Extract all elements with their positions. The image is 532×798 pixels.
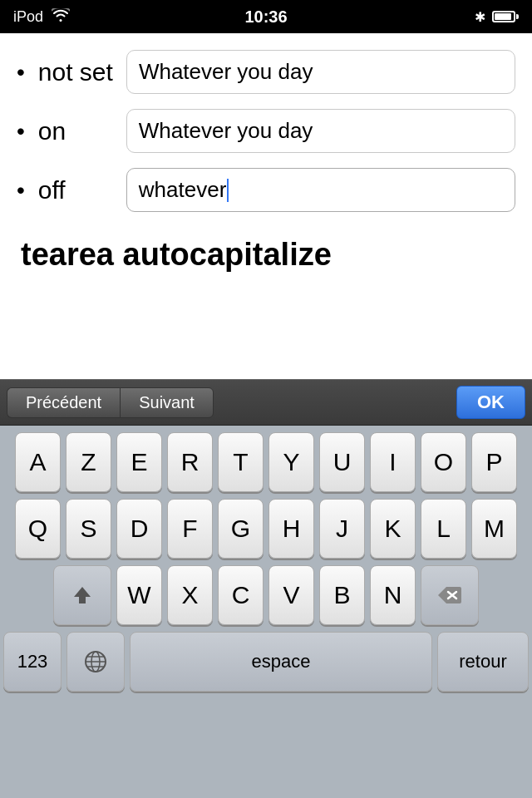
bullet-not-set: • xyxy=(17,61,25,84)
field-row-off: • off whatever xyxy=(17,168,515,212)
status-bar: iPod 10:36 ✱ xyxy=(0,0,532,33)
key-o[interactable]: O xyxy=(421,432,466,492)
field-row-on: • on xyxy=(17,109,515,153)
field-row-not-set: • not set xyxy=(17,50,515,94)
key-i[interactable]: I xyxy=(370,432,416,492)
key-u[interactable]: U xyxy=(319,432,365,492)
key-l[interactable]: L xyxy=(421,499,466,559)
bullet-off: • xyxy=(17,179,25,202)
key-b[interactable]: B xyxy=(319,565,365,625)
input-not-set[interactable] xyxy=(126,50,515,94)
key-t[interactable]: T xyxy=(218,432,264,492)
keyboard-row-2: Q S D F G H J K L M xyxy=(3,499,529,559)
return-key[interactable]: retour xyxy=(437,632,529,692)
battery-indicator xyxy=(492,11,519,22)
key-e[interactable]: E xyxy=(116,432,162,492)
keyboard-row-1: A Z E R T Y U I O P xyxy=(3,432,529,492)
ok-button[interactable]: OK xyxy=(456,386,525,419)
next-button[interactable]: Suivant xyxy=(120,387,214,418)
prev-button[interactable]: Précédent xyxy=(7,387,120,418)
key-s[interactable]: S xyxy=(66,499,111,559)
space-key[interactable]: espace xyxy=(130,632,432,692)
key-c[interactable]: C xyxy=(218,565,264,625)
bullet-on: • xyxy=(17,120,25,143)
key-f[interactable]: F xyxy=(167,499,213,559)
keyboard-toolbar: Précédent Suivant OK xyxy=(0,379,532,426)
key-n[interactable]: N xyxy=(370,565,416,625)
section-label: tearea autocapitalize xyxy=(17,237,515,273)
keyboard-row-4: 123 espace retour xyxy=(3,632,529,692)
status-time: 10:36 xyxy=(244,7,287,27)
status-left: iPod xyxy=(13,8,70,26)
key-a[interactable]: A xyxy=(15,432,61,492)
keyboard-row-3: W X C V B N xyxy=(3,565,529,625)
label-on: on xyxy=(38,117,113,145)
globe-key[interactable] xyxy=(66,632,125,692)
keyboard: A Z E R T Y U I O P Q S D F G H J K L M … xyxy=(0,426,532,798)
text-cursor xyxy=(227,179,229,202)
shift-key[interactable] xyxy=(53,565,111,625)
key-j[interactable]: J xyxy=(319,499,365,559)
bluetooth-icon: ✱ xyxy=(475,9,485,25)
input-off-text: whatever xyxy=(139,177,227,203)
key-x[interactable]: X xyxy=(167,565,213,625)
key-w[interactable]: W xyxy=(116,565,162,625)
key-m[interactable]: M xyxy=(471,499,517,559)
device-label: iPod xyxy=(13,8,43,26)
key-k[interactable]: K xyxy=(370,499,416,559)
label-off: off xyxy=(38,176,113,204)
key-p[interactable]: P xyxy=(471,432,517,492)
key-d[interactable]: D xyxy=(116,499,162,559)
numbers-key[interactable]: 123 xyxy=(3,632,62,692)
backspace-key[interactable] xyxy=(421,565,479,625)
input-off-display[interactable]: whatever xyxy=(126,168,515,212)
key-h[interactable]: H xyxy=(268,499,314,559)
key-g[interactable]: G xyxy=(218,499,264,559)
toolbar-nav: Précédent Suivant xyxy=(7,387,214,418)
status-right: ✱ xyxy=(475,9,519,25)
label-not-set: not set xyxy=(38,58,113,86)
key-v[interactable]: V xyxy=(268,565,314,625)
key-r[interactable]: R xyxy=(167,432,213,492)
key-q[interactable]: Q xyxy=(15,499,61,559)
input-on[interactable] xyxy=(126,109,515,153)
content-area: • not set • on • off whatever tearea aut… xyxy=(0,33,532,281)
key-y[interactable]: Y xyxy=(268,432,314,492)
wifi-icon xyxy=(52,8,70,26)
key-z[interactable]: Z xyxy=(66,432,111,492)
